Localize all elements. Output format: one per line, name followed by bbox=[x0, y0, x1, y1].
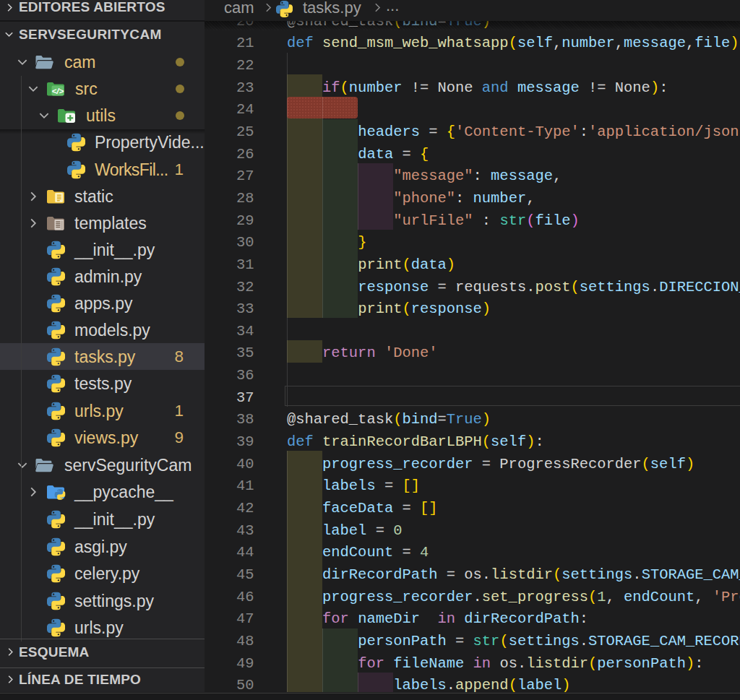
svg-text:</>: </> bbox=[51, 87, 64, 95]
